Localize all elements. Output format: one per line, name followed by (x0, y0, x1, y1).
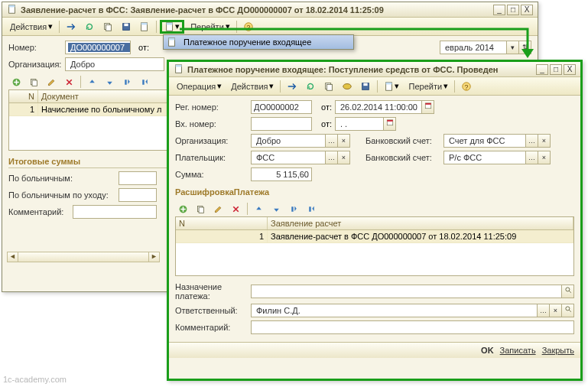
horizontal-scrollbar[interactable]: ◄► (7, 252, 160, 262)
ok-button[interactable]: OK (481, 346, 494, 355)
toolbar-save-icon[interactable] (357, 80, 374, 93)
payer-field[interactable]: ФСС … × (251, 151, 350, 164)
goto-menu[interactable]: Перейти ▾ (404, 80, 451, 93)
table-row[interactable]: 1 Заявление-расчет в ФСС ДО000000007 от … (176, 230, 573, 243)
toolbar-help-icon[interactable] (458, 80, 475, 93)
toolbar-arrow-icon[interactable] (63, 20, 80, 34)
clear-icon[interactable]: × (538, 151, 550, 164)
toolbar-copy-icon[interactable] (320, 80, 337, 93)
toolbar: Операция ▾ Действия ▾ ▾ Перейти ▾ (169, 77, 580, 96)
ellipsis-icon[interactable]: … (525, 135, 538, 147)
ellipsis-icon[interactable]: … (525, 151, 538, 164)
maximize-button[interactable]: □ (550, 64, 562, 75)
grid-edit-icon[interactable] (210, 202, 226, 216)
sick-label: По больничным: (8, 174, 115, 183)
grid-copy-icon[interactable] (26, 75, 42, 89)
comment-label: Комментарий: (8, 207, 70, 216)
ellipsis-icon[interactable]: … (325, 151, 337, 164)
grid-sort2-icon[interactable] (137, 75, 153, 89)
clear-icon[interactable]: × (538, 135, 550, 147)
regnum-label: Рег. номер: (175, 102, 248, 112)
grid-sort2-icon[interactable] (304, 202, 320, 216)
grid-del-icon[interactable] (228, 202, 244, 216)
ellipsis-icon[interactable]: … (537, 304, 549, 317)
grid-up-icon[interactable] (251, 202, 267, 216)
calendar-icon[interactable] (421, 101, 434, 113)
sick-care-label: По больничным по уходу: (8, 190, 115, 200)
col-declaration: Заявление расчет (268, 217, 573, 229)
responsible-label: Ответственный: (175, 306, 248, 315)
window-payment: Платежное поручение входящее: Поступлени… (167, 60, 583, 381)
comment-label: Комментарий: (175, 323, 248, 332)
close-button[interactable]: X (521, 5, 533, 15)
org-field[interactable]: Добро (65, 57, 164, 71)
org-field[interactable]: Добро … × (251, 134, 350, 148)
calendar-icon[interactable] (383, 118, 395, 130)
search-icon[interactable] (561, 285, 573, 298)
toolbar-structure-icon[interactable]: ▾ (381, 80, 402, 93)
comment-input[interactable] (251, 320, 574, 334)
inum-label: Вх. номер: (175, 119, 248, 128)
responsible-field[interactable]: Филин С.Д. … × (251, 304, 574, 317)
grid-add-icon[interactable] (8, 75, 24, 89)
grid-del-icon[interactable] (61, 75, 77, 89)
toolbar-post-icon[interactable] (136, 20, 153, 34)
col-n: N (9, 90, 38, 102)
inum-input[interactable] (251, 117, 312, 131)
payer-label: Плательщик: (175, 153, 248, 162)
close-button[interactable]: Закрыть (542, 346, 574, 355)
bank1-label: Банковский счет: (365, 136, 440, 145)
watermark: 1c-academy.com (3, 375, 67, 384)
toolbar-money-icon[interactable] (339, 80, 356, 93)
minimize-button[interactable]: _ (493, 5, 505, 15)
grid-sort1-icon[interactable] (119, 75, 135, 89)
window-icon (7, 4, 18, 16)
clear-icon[interactable]: × (549, 304, 561, 317)
sum-input[interactable] (251, 167, 312, 181)
ellipsis-icon[interactable]: … (325, 135, 337, 147)
actions-menu[interactable]: Действия ▾ (5, 20, 56, 34)
org-label: Организация: (8, 60, 62, 69)
sum-label: Сумма: (175, 170, 248, 179)
clear-icon[interactable]: × (337, 135, 349, 147)
grid-add-icon[interactable] (175, 202, 191, 216)
maximize-button[interactable]: □ (507, 5, 519, 15)
purpose-label: Назначение платежа: (175, 282, 248, 301)
org-label: Организация: (175, 136, 248, 145)
window-title: Заявление-расчет в ФСС: Заявление-расчет… (21, 5, 493, 15)
grid-sort1-icon[interactable] (286, 202, 302, 216)
clear-icon[interactable]: × (337, 151, 349, 164)
bank1-field[interactable]: Счет для ФСС … × (443, 134, 551, 148)
toolbar-refresh-icon[interactable] (302, 80, 319, 93)
toolbar-arrow-icon[interactable] (284, 80, 300, 93)
payment-detail-title: РасшифровкаПлатежа (175, 186, 574, 198)
search-icon[interactable] (561, 304, 573, 317)
bank2-label: Банковский счет: (365, 153, 440, 162)
save-button[interactable]: Записать (500, 346, 536, 355)
purpose-field[interactable] (251, 285, 574, 298)
close-button[interactable]: X (564, 64, 576, 75)
sick-input[interactable] (119, 171, 157, 185)
actions-menu[interactable]: Действия ▾ (226, 80, 277, 93)
grid-edit-icon[interactable] (44, 75, 60, 89)
grid-copy-icon[interactable] (193, 202, 209, 216)
regdate-field[interactable]: 26.02.2014 11:00:00 (335, 100, 434, 114)
sick-care-input[interactable] (119, 188, 157, 202)
from-label: от: (315, 119, 332, 128)
bank2-field[interactable]: Р/с ФСС … × (443, 151, 551, 164)
toolbar-save-icon[interactable] (118, 20, 135, 34)
grid-up-icon[interactable] (84, 75, 100, 89)
grid-down-icon[interactable] (102, 75, 118, 89)
idate-field[interactable]: . . (335, 117, 396, 131)
detail-grid[interactable]: N Заявление расчет 1 Заявление-расчет в … (175, 216, 574, 276)
number-label: Номер: (8, 43, 62, 52)
comment-input[interactable] (73, 205, 157, 219)
toolbar-refresh-icon[interactable] (81, 20, 98, 34)
toolbar-copy-icon[interactable] (99, 20, 116, 34)
footer: OK Записать Закрыть (169, 342, 580, 358)
operation-menu[interactable]: Операция ▾ (172, 80, 225, 93)
number-field[interactable]: ДО000000007 (65, 41, 131, 54)
col-n: N (176, 217, 268, 229)
grid-down-icon[interactable] (268, 202, 284, 216)
regnum-input[interactable] (251, 100, 312, 114)
